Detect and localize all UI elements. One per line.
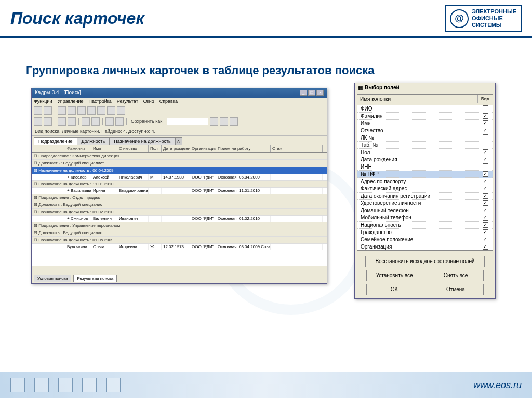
group-tab-close[interactable]: △ [175,137,182,145]
field-checkbox[interactable]: ✓ [483,237,488,242]
horizontal-scrollbar[interactable] [32,266,327,273]
col-expand[interactable] [32,145,65,152]
field-checkbox[interactable]: ✓ [483,171,488,177]
field-checkbox[interactable]: ✓ [483,179,488,184]
maximize-button[interactable]: □ [308,90,315,96]
toolbar-icon[interactable] [117,106,125,115]
data-row[interactable]: + КиселевАлексейНиколаевичМ14.07.1980ООО… [32,174,327,181]
col-stazh[interactable]: Стаж [271,145,323,152]
col-fieldname[interactable]: Имя колонки [357,95,478,103]
field-row[interactable]: ЛК № [357,134,493,142]
dialog-titlebar[interactable]: ▦ Выбор полей [355,83,495,92]
col-dob[interactable]: Дата рождения [162,145,190,152]
field-row[interactable]: № ПФР✓ [357,171,493,178]
col-hire[interactable]: Прием на работу [216,145,271,152]
save-as-input[interactable] [167,118,208,125]
field-row[interactable]: Дата рождения✓ [357,156,493,163]
field-checkbox[interactable]: ✓ [483,157,488,162]
field-row[interactable]: Гражданство✓ [357,229,493,236]
field-checkbox[interactable]: ✓ [483,186,488,191]
restore-defaults-button[interactable]: Восстановить исходное состояние полей [365,256,485,267]
field-row[interactable]: Отчество✓ [357,127,493,134]
toolbar-icon[interactable] [91,117,100,126]
toolbar-icon[interactable] [44,106,52,115]
field-row[interactable]: Национальность✓ [357,222,493,229]
field-row[interactable]: ИНН [357,163,493,171]
group-row[interactable]: ⊟ Подразделение : Отдел продаж [32,194,327,201]
col-firstname[interactable]: Имя [91,145,117,152]
field-row[interactable]: Дата окончания регистрации✓ [357,193,493,200]
toolbar-icon[interactable] [58,117,66,126]
toolbar-icon[interactable] [107,106,115,115]
field-row[interactable]: Имя✓ [357,120,493,127]
col-patronymic[interactable]: Отчество [117,145,149,152]
menu-functions[interactable]: Функции [34,99,52,104]
field-checkbox[interactable]: ✓ [483,128,488,133]
clear-all-button[interactable]: Снять все [428,270,484,281]
ok-button[interactable]: OK [366,284,422,295]
toolbar-icon[interactable] [230,117,238,126]
field-checkbox[interactable]: ✓ [483,193,488,199]
field-checkbox[interactable] [483,134,488,140]
data-row[interactable]: + ВасильеваИринаВладимировнаООО "РДИ"Осн… [32,188,327,194]
tab-results[interactable]: Результаты поиска [73,275,117,282]
toolbar-icon[interactable] [34,117,42,126]
group-row[interactable]: ⊟ Назначение на должность : 01.02.2010 [32,209,327,216]
set-all-button[interactable]: Установить все [366,270,422,281]
field-row[interactable]: Семейное положение✓ [357,236,493,243]
col-visible[interactable]: Вид [478,95,493,103]
col-sex[interactable]: Пол [149,145,162,152]
data-row[interactable]: БулочкинаОльгаИгоревнаЖ12.02.1978ООО "РД… [32,244,327,250]
window-titlebar[interactable]: Кадры 3.4 - [Поиск] _ □ × [32,88,327,98]
field-row[interactable]: Мобильный телефон✓ [357,214,493,222]
group-row[interactable]: ⊟ Назначение на должность : 01.05.2009 [32,237,327,244]
menu-help[interactable]: Справка [159,99,178,104]
group-row[interactable]: ⊟ Подразделение : Коммерческая дирекция [32,153,327,160]
field-checkbox[interactable] [483,163,488,169]
menu-window[interactable]: Окно [143,99,154,104]
field-checkbox[interactable] [483,105,488,111]
toolbar-icon[interactable] [97,106,105,115]
group-row[interactable]: ⊟ Должность : Ведущий специалист [32,160,327,167]
field-row[interactable]: Пол✓ [357,149,493,156]
cancel-button[interactable]: Отмена [428,284,484,295]
field-checkbox[interactable]: ✓ [483,200,488,206]
field-checkbox[interactable]: ✓ [483,113,488,119]
menu-management[interactable]: Управление [57,99,83,104]
toolbar-icon[interactable] [68,106,76,115]
field-checkbox[interactable]: ✓ [483,215,488,221]
toolbar-icon[interactable] [210,117,218,126]
tab-conditions[interactable]: Условия поиска [34,275,71,282]
toolbar-icon[interactable] [77,106,86,115]
toolbar-icon[interactable] [68,117,76,126]
col-org[interactable]: Организация [190,145,216,152]
toolbar-icon[interactable] [105,117,114,126]
field-row[interactable]: Адрес по паспорту✓ [357,178,493,185]
field-row[interactable]: Фамилия✓ [357,113,493,120]
group-row[interactable]: ⊟ Подразделение : Управление персоналом [32,222,327,229]
field-row[interactable]: Таб. № [357,142,493,149]
minimize-button[interactable]: _ [300,90,307,96]
toolbar-icon[interactable] [87,106,96,115]
toolbar-icon[interactable] [58,106,66,115]
group-tab-dept[interactable]: Подразделение [34,137,77,145]
toolbar-icon[interactable] [115,117,124,126]
field-checkbox[interactable]: ✓ [483,120,488,126]
toolbar-icon[interactable] [220,117,228,126]
close-button[interactable]: × [316,90,324,96]
field-checkbox[interactable]: ✓ [483,208,488,213]
field-checkbox[interactable]: ✓ [483,222,488,228]
field-checkbox[interactable]: ✓ [483,149,488,155]
field-row[interactable]: Удостоверение личности✓ [357,200,493,207]
data-row[interactable]: + СмирновВалентинИвановичООО "РДИ"Основн… [32,216,327,222]
toolbar-icon[interactable] [44,117,52,126]
field-row[interactable]: Фактический адрес✓ [357,185,493,193]
field-checkbox[interactable] [483,142,488,147]
group-row[interactable]: ⊟ Должность : Ведущий специалист [32,229,327,237]
col-lastname[interactable]: Фамилия [65,145,91,152]
menu-settings[interactable]: Настройка [89,99,112,104]
field-row[interactable]: Домашний телефон✓ [357,207,493,214]
menu-result[interactable]: Результат [117,99,138,104]
field-row[interactable]: ФИО [357,105,493,113]
group-tab-position[interactable]: Должность [77,137,110,145]
